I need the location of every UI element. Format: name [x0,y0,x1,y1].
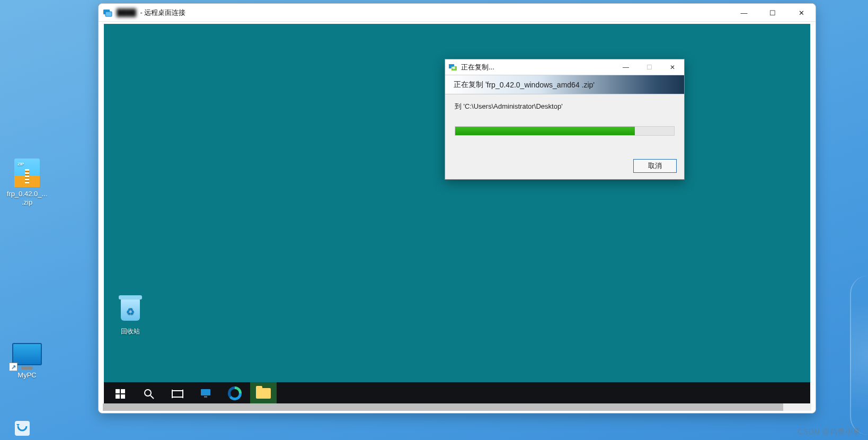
rdp-titlebar[interactable]: ████ - 远程桌面连接 ― ☐ ✕ [99,4,816,22]
taskbar-taskview-button[interactable] [164,382,191,406]
copy-banner-prefix: 正在复制 ' [454,80,487,90]
taskbar-search-button[interactable] [136,382,162,406]
svg-rect-2 [105,12,112,16]
zip-file-icon: ZIP [10,158,44,188]
dialog-close-button[interactable]: ✕ [661,59,684,75]
recycle-bin-icon: ♻ [119,298,142,325]
svg-rect-5 [116,389,120,393]
dialog-minimize-button[interactable]: ― [614,59,637,75]
rdp-title-suffix: - 远程桌面连接 [140,8,185,16]
minimize-button[interactable]: ― [730,4,758,22]
copy-dest-path: C:\Users\Administrator\Desktop [465,102,561,110]
desktop-icon-partial[interactable] [12,417,33,438]
copy-dialog-titlebar[interactable]: 正在复制... ― ☐ ✕ [445,59,684,75]
copy-dialog-title: 正在复制... [461,63,494,72]
mypc-label: MyPC [3,371,51,380]
maximize-button[interactable]: ☐ [758,4,787,22]
copy-banner: 正在复制 'frp_0.42.0_windows_amd64 .zip' [445,75,684,94]
svg-rect-15 [204,396,207,398]
screen-edge-curve [850,276,868,435]
shortcut-arrow-icon: ↗ [9,363,17,371]
remote-recycle-bin[interactable]: ♻ 回收站 [109,295,152,336]
svg-rect-8 [121,394,125,399]
scrollbar-thumb[interactable] [103,403,783,411]
remote-desktop[interactable]: ♻ 回收站 正在复制... ― ☐ ✕ 正 [104,24,810,406]
copy-destination: 到 'C:\Users\Administrator\Desktop' [455,102,675,111]
cancel-button[interactable]: 取消 [633,159,677,173]
svg-rect-14 [201,389,210,395]
rdp-hostname-blurred: ████ [117,8,136,16]
svg-line-10 [150,395,154,399]
desktop-icon-zip[interactable]: ZIP frp_0.42.0_... .zip [3,158,51,207]
recycle-bin-label: 回收站 [109,327,152,336]
rdp-horizontal-scrollbar[interactable] [103,403,811,411]
watermark: CSDN @鸡骨小享 [798,427,861,437]
rdp-window: ████ - 远程桌面连接 ― ☐ ✕ ♻ 回收站 [98,3,816,413]
copy-dialog-controls: ― ☐ ✕ [614,59,684,75]
copy-dest-prefix: 到 ' [455,102,465,110]
copy-dest-suffix: ' [561,102,562,110]
desktop-icon-mypc[interactable]: ↗ MyPC [3,339,51,380]
rdp-app-icon [103,8,112,17]
edge-icon [228,386,242,400]
svg-rect-6 [121,389,125,393]
copy-filename: frp_0.42.0_windows_amd64 .zip [487,81,594,89]
copy-progress-bar [455,126,675,136]
svg-point-9 [145,390,151,396]
taskbar-explorer-item[interactable] [250,382,277,406]
folder-icon [256,388,271,399]
taskbar-rdp-item[interactable] [193,382,219,406]
monitor-icon: ↗ [10,339,44,369]
taskbar-edge-item[interactable] [222,382,248,406]
close-button[interactable]: ✕ [787,4,816,22]
zip-icon-label: frp_0.42.0_... .zip [3,190,51,207]
copy-progress-fill [455,127,635,135]
copy-dialog-icon [448,63,458,72]
svg-rect-0 [15,421,30,436]
svg-rect-11 [172,391,183,397]
copy-banner-suffix: ' [593,81,595,89]
start-button[interactable] [107,382,134,406]
svg-rect-7 [116,394,120,399]
dialog-maximize-button: ☐ [637,59,661,75]
remote-taskbar [104,382,810,406]
host-desktop: ZIP frp_0.42.0_... .zip ↗ MyPC ████ - 远程… [0,0,868,440]
copy-dialog: 正在复制... ― ☐ ✕ 正在复制 'frp_0.42.0_windows_a… [445,59,685,180]
rdp-window-controls: ― ☐ ✕ [730,4,816,22]
